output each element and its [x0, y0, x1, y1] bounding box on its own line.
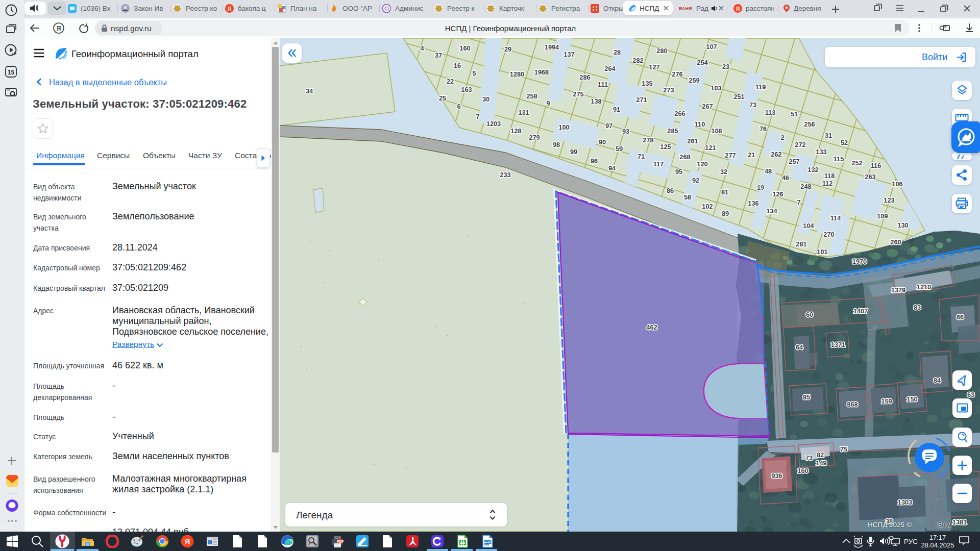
svg-text:51: 51 — [791, 110, 798, 118]
svg-text:266: 266 — [674, 110, 685, 117]
svg-text:32: 32 — [720, 168, 727, 176]
svg-text:150: 150 — [906, 395, 917, 403]
svg-text:58: 58 — [684, 193, 691, 201]
svg-text:121: 121 — [705, 144, 716, 152]
svg-text:100: 100 — [558, 123, 569, 131]
svg-text:34: 34 — [306, 87, 313, 95]
svg-text:90: 90 — [599, 138, 606, 146]
svg-text:Я: Я — [57, 25, 61, 32]
svg-text:279: 279 — [529, 134, 540, 141]
svg-text:868: 868 — [847, 400, 857, 408]
svg-text:272: 272 — [795, 141, 805, 148]
svg-text:116: 116 — [871, 162, 881, 169]
svg-text:280: 280 — [656, 47, 667, 55]
svg-text:128: 128 — [510, 127, 521, 135]
svg-text:281: 281 — [796, 240, 806, 248]
svg-text:163: 163 — [461, 86, 472, 93]
svg-text:261: 261 — [687, 137, 698, 145]
svg-text:132: 132 — [807, 166, 818, 173]
svg-text:256: 256 — [804, 120, 815, 128]
svg-text:ВАНЯ: ВАНЯ — [679, 6, 692, 11]
svg-text:59: 59 — [616, 145, 623, 153]
svg-text:101: 101 — [817, 248, 827, 256]
svg-text:46: 46 — [782, 174, 789, 182]
svg-text:6: 6 — [457, 103, 460, 110]
svg-text:16: 16 — [454, 62, 461, 69]
svg-text:119: 119 — [755, 83, 766, 91]
svg-text:2: 2 — [780, 134, 784, 141]
svg-text:267: 267 — [702, 103, 713, 110]
svg-text:76: 76 — [760, 125, 767, 133]
svg-text:60: 60 — [806, 311, 813, 318]
svg-text:96: 96 — [591, 157, 598, 165]
svg-text:113: 113 — [765, 109, 776, 116]
svg-text:275: 275 — [573, 90, 583, 98]
svg-text:1303: 1303 — [898, 498, 912, 506]
svg-text:252: 252 — [851, 159, 862, 167]
svg-text:248: 248 — [800, 183, 811, 190]
svg-text:1280: 1280 — [510, 70, 524, 78]
svg-text:138: 138 — [591, 97, 601, 105]
svg-text:254: 254 — [697, 59, 708, 66]
svg-text:133: 133 — [816, 148, 826, 156]
svg-text:97: 97 — [605, 122, 612, 130]
svg-text:107: 107 — [706, 43, 717, 51]
svg-text:278: 278 — [643, 136, 653, 144]
svg-text:160: 160 — [797, 467, 808, 474]
svg-text:29: 29 — [504, 45, 511, 53]
svg-text:73: 73 — [749, 101, 756, 109]
svg-text:268: 268 — [679, 153, 690, 161]
svg-text:66: 66 — [957, 313, 964, 321]
svg-text:103: 103 — [710, 84, 721, 92]
svg-text:63: 63 — [967, 391, 974, 398]
svg-text:37: 37 — [435, 52, 442, 59]
svg-text:110: 110 — [695, 120, 705, 128]
svg-text:83: 83 — [914, 304, 921, 311]
svg-text:273: 273 — [663, 86, 674, 94]
svg-text:23: 23 — [722, 63, 729, 70]
svg-text:Я: Я — [736, 6, 740, 12]
svg-text:22: 22 — [447, 78, 454, 85]
svg-text:94: 94 — [608, 164, 616, 172]
svg-text:131: 131 — [518, 109, 529, 116]
svg-text:286: 286 — [579, 73, 590, 81]
svg-text:936: 936 — [771, 472, 782, 480]
svg-text:93: 93 — [622, 128, 629, 135]
svg-text:262: 262 — [771, 151, 781, 158]
svg-text:89: 89 — [722, 210, 729, 217]
svg-text:48: 48 — [765, 167, 772, 175]
svg-text:109: 109 — [877, 212, 888, 220]
svg-text:19: 19 — [757, 184, 764, 191]
svg-text:84: 84 — [934, 377, 941, 384]
svg-text:259: 259 — [689, 77, 699, 84]
svg-text:81: 81 — [721, 188, 728, 196]
svg-text:260: 260 — [890, 238, 901, 246]
svg-text:118: 118 — [824, 172, 835, 180]
svg-text:9: 9 — [546, 99, 550, 107]
svg-text:104: 104 — [803, 222, 814, 230]
svg-text:PDF: PDF — [337, 540, 344, 543]
svg-text:91: 91 — [613, 106, 620, 113]
svg-text:30: 30 — [482, 95, 489, 103]
svg-text:117: 117 — [653, 160, 664, 168]
svg-text:21: 21 — [748, 151, 755, 159]
svg-text:52: 52 — [841, 139, 848, 146]
svg-text:82: 82 — [817, 451, 824, 459]
svg-text:462: 462 — [646, 323, 657, 331]
svg-text:1994: 1994 — [545, 43, 559, 51]
svg-text:270: 270 — [823, 231, 834, 238]
svg-text:263: 263 — [865, 173, 875, 181]
svg-text:1371: 1371 — [831, 341, 845, 348]
svg-text:92: 92 — [692, 177, 699, 184]
svg-text:159: 159 — [881, 397, 892, 405]
svg-text:98: 98 — [553, 141, 560, 148]
svg-text:99: 99 — [570, 148, 577, 156]
svg-text:114: 114 — [830, 214, 842, 222]
svg-text:Я: Я — [185, 537, 190, 546]
svg-text:102: 102 — [702, 203, 713, 210]
svg-text:25: 25 — [439, 94, 446, 102]
svg-text:1210: 1210 — [917, 283, 931, 291]
svg-text:130: 130 — [897, 221, 908, 229]
svg-text:111: 111 — [598, 81, 608, 88]
svg-text:271: 271 — [636, 96, 647, 104]
